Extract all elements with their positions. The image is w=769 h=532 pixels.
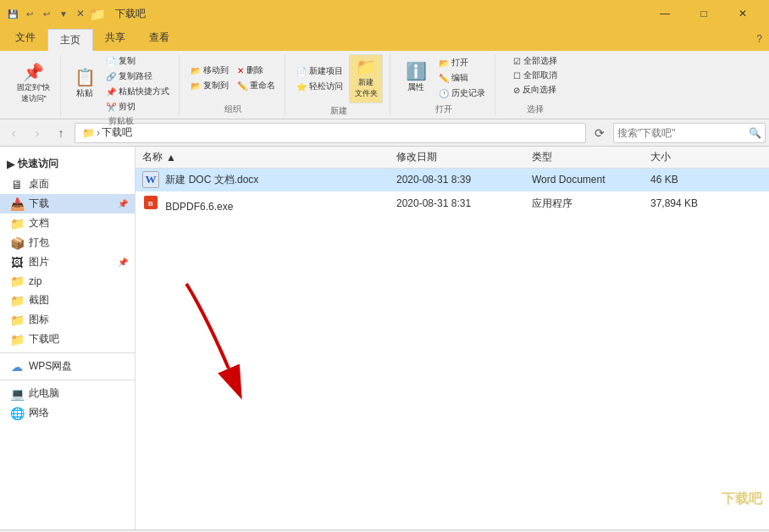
- edit-icon: ✏️: [439, 74, 449, 83]
- invert-select-button[interactable]: ⊘ 反向选择: [511, 83, 560, 97]
- col-header-size[interactable]: 大小: [644, 150, 728, 164]
- file-icon-0: W: [142, 171, 159, 188]
- undo-icon[interactable]: ↩: [24, 8, 36, 19]
- copy-to-button[interactable]: 📂 复制到: [188, 79, 231, 92]
- docs-icon: 📁: [10, 217, 24, 230]
- properties-button[interactable]: ℹ️ 属性: [399, 61, 433, 95]
- address-input[interactable]: 📁 › 下载吧: [75, 123, 586, 143]
- select-all-label: 全部选择: [523, 55, 557, 67]
- minimize-button[interactable]: —: [645, 0, 684, 27]
- file-icon-1: B: [142, 194, 159, 211]
- pictures-label: 图片: [29, 255, 49, 269]
- search-input[interactable]: [617, 127, 749, 139]
- tab-view[interactable]: 查看: [137, 27, 181, 51]
- select-all-button[interactable]: ☑ 全部选择: [511, 54, 560, 68]
- paste-shortcut-button[interactable]: 📌 粘贴快捷方式: [103, 85, 172, 98]
- sidebar: ▶ 快速访问 🖥 桌面 📥 下载 📌 📁 文档 📦 打包 🖼: [0, 147, 136, 529]
- folder-icon[interactable]: 📁: [91, 8, 103, 19]
- properties-label: 属性: [407, 81, 424, 93]
- pin-marker: 📌: [118, 199, 128, 208]
- col-name-label: 名称: [142, 150, 163, 164]
- select-none-label: 全部取消: [523, 69, 557, 81]
- sidebar-item-screenshot[interactable]: 📁 截图: [0, 291, 135, 310]
- new-group-label: 新建: [330, 103, 347, 117]
- sidebar-item-downloadba[interactable]: 📁 下载吧: [0, 330, 135, 349]
- sidebar-item-wps[interactable]: ☁ WPS网盘: [0, 357, 135, 376]
- sidebar-item-network[interactable]: 🌐 网络: [0, 403, 135, 423]
- file-row-1[interactable]: B BDPDF6.6.exe 2020-08-31 8:31 应用程序 37,8…: [136, 191, 769, 216]
- help-button[interactable]: ?: [750, 27, 769, 51]
- dropdown-icon[interactable]: ▼: [58, 8, 69, 19]
- downloadba-label: 下载吧: [29, 332, 59, 346]
- up-button[interactable]: ↑: [51, 123, 71, 143]
- delete-button[interactable]: ✕ 删除: [235, 64, 278, 77]
- history-button[interactable]: 🕐 历史记录: [436, 86, 488, 100]
- col-header-type[interactable]: 类型: [525, 150, 644, 164]
- back-button[interactable]: ‹: [3, 123, 24, 143]
- copy-path-label: 复制路径: [119, 70, 152, 82]
- sidebar-item-icons[interactable]: 📁 图标: [0, 310, 135, 330]
- downloadba-icon: 📁: [10, 333, 24, 346]
- cut-label: 剪切: [119, 101, 136, 113]
- docs-label: 文档: [29, 216, 49, 230]
- col-header-name[interactable]: 名称 ▲: [136, 150, 390, 164]
- redo-icon[interactable]: ↩: [41, 8, 53, 19]
- sidebar-item-pack[interactable]: 📦 打包: [0, 233, 135, 252]
- copy-path-button[interactable]: 🔗 复制路径: [103, 69, 172, 83]
- ribbon-group-organize: 📂 移动到 📂 复制到 ✕ 删除 ✏️ 重命名: [181, 54, 285, 115]
- tab-file[interactable]: 文件: [3, 27, 47, 51]
- sidebar-item-docs[interactable]: 📁 文档: [0, 213, 135, 233]
- rename-label: 重命名: [250, 80, 275, 91]
- edit-button[interactable]: ✏️ 编辑: [436, 71, 488, 85]
- copy-button[interactable]: 📄 复制: [103, 54, 172, 68]
- wps-icon: ☁: [10, 360, 24, 374]
- pin-buttons: 📌 固定到"快 速访问": [14, 54, 53, 114]
- move-to-button[interactable]: 📂 移动到: [188, 64, 231, 77]
- rename-button[interactable]: ✏️ 重命名: [235, 79, 278, 92]
- thispc-label: 此电脑: [29, 386, 59, 401]
- file-row-0[interactable]: W 新建 DOC 文档.docx 2020-08-31 8:39 Word Do…: [136, 169, 769, 191]
- screenshot-icon: 📁: [10, 294, 24, 308]
- new-item-button[interactable]: 📄 新建项目: [294, 64, 346, 78]
- tab-home[interactable]: 主页: [47, 29, 93, 51]
- select-col: ☑ 全部选择 ☐ 全部取消 ⊘ 反向选择: [511, 54, 560, 97]
- col-header-date[interactable]: 修改日期: [390, 150, 525, 164]
- easy-access-label: 轻松访问: [309, 80, 343, 92]
- close-button[interactable]: ✕: [723, 0, 762, 27]
- select-none-button[interactable]: ☐ 全部取消: [511, 69, 560, 82]
- sidebar-item-thispc[interactable]: 💻 此电脑: [0, 384, 135, 403]
- paste-label: 粘贴: [76, 87, 93, 99]
- sidebar-item-desktop[interactable]: 🖥 桌面: [0, 175, 135, 194]
- paste-icon: 📋: [75, 69, 96, 86]
- sidebar-divider1: [0, 352, 135, 353]
- refresh-button[interactable]: ⟳: [589, 123, 610, 143]
- copy-label: 复制: [119, 55, 136, 67]
- open-icon: 📂: [439, 58, 449, 68]
- open-button[interactable]: 📂 打开: [436, 56, 488, 69]
- new-col: 📄 新建项目 ⭐ 轻松访问: [294, 64, 346, 93]
- cut-button[interactable]: ✂️ 剪切: [103, 100, 172, 114]
- sidebar-item-download[interactable]: 📥 下载 📌: [0, 194, 135, 213]
- paste-button[interactable]: 📋 粘贴: [69, 67, 100, 101]
- pin-marker2: 📌: [118, 258, 128, 267]
- select-group-label: 选择: [527, 102, 544, 115]
- maximize-button[interactable]: □: [684, 0, 723, 27]
- forward-button[interactable]: ›: [27, 123, 47, 143]
- easy-access-button[interactable]: ⭐ 轻松访问: [294, 80, 346, 93]
- quick-access-header[interactable]: ▶ 快速访问: [0, 153, 135, 175]
- file-name-label-1: BDPDF6.6.exe: [165, 201, 233, 213]
- zip-icon: 📁: [10, 274, 24, 288]
- zip-label: zip: [29, 275, 41, 287]
- close-tb-icon[interactable]: ✕: [75, 8, 86, 19]
- sort-icon: ▲: [166, 152, 176, 163]
- copy-icon: 📄: [106, 57, 116, 66]
- sidebar-item-zip[interactable]: 📁 zip: [0, 272, 135, 291]
- sidebar-item-pictures[interactable]: 🖼 图片 📌: [0, 252, 135, 272]
- address-path: 📁 › 下载吧: [82, 125, 132, 140]
- search-box[interactable]: 🔍: [613, 123, 766, 143]
- new-folder-button[interactable]: 📁 新建 文件夹: [349, 54, 383, 103]
- pin-button[interactable]: 📌 固定到"快 速访问": [14, 62, 53, 106]
- quick-save-icon[interactable]: 💾: [7, 8, 19, 19]
- path-current[interactable]: 下载吧: [102, 125, 132, 140]
- tab-share[interactable]: 共享: [93, 27, 137, 51]
